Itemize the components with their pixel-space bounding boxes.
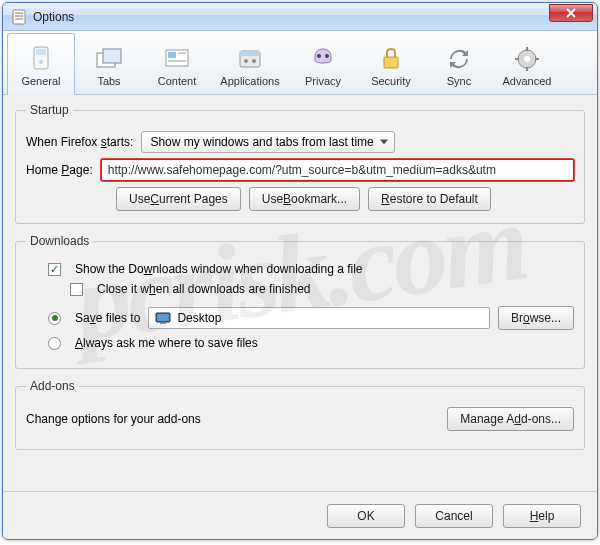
category-toolbar: General Tabs Content Applications Privac… xyxy=(3,31,597,95)
tab-applications[interactable]: Applications xyxy=(211,33,289,94)
show-downloads-checkbox[interactable] xyxy=(48,263,61,276)
tabs-icon xyxy=(94,45,124,73)
always-ask-label: Always ask me where to save files xyxy=(75,336,258,350)
homepage-label: Home Page: xyxy=(26,163,93,177)
app-icon xyxy=(11,9,27,25)
applications-icon xyxy=(235,45,265,73)
manage-addons-button[interactable]: Manage Add-ons... xyxy=(447,407,574,431)
tab-label: Advanced xyxy=(503,75,552,87)
ok-button[interactable]: OK xyxy=(327,504,405,528)
svg-point-15 xyxy=(244,59,248,63)
svg-point-21 xyxy=(524,56,530,62)
svg-rect-11 xyxy=(178,52,186,54)
svg-point-18 xyxy=(325,54,329,58)
tab-label: Security xyxy=(371,75,411,87)
use-current-pages-button[interactable]: Use Current Pages xyxy=(116,187,241,211)
downloads-group: Downloads Show the Downloads window when… xyxy=(15,234,585,369)
window-title: Options xyxy=(33,10,549,24)
svg-rect-12 xyxy=(168,60,186,62)
close-icon xyxy=(566,8,576,18)
tab-sync[interactable]: Sync xyxy=(425,33,493,94)
startup-group: Startup When Firefox starts: Show my win… xyxy=(15,103,585,224)
startup-legend: Startup xyxy=(26,103,73,117)
dialog-footer: OK Cancel Help xyxy=(3,491,597,539)
svg-rect-2 xyxy=(15,15,23,17)
svg-rect-8 xyxy=(103,49,121,63)
desktop-icon xyxy=(155,312,171,324)
tab-content[interactable]: Content xyxy=(143,33,211,94)
browse-button[interactable]: Browse... xyxy=(498,306,574,330)
content-icon xyxy=(162,45,192,73)
options-window: Options General Tabs Content Application… xyxy=(2,2,598,540)
tab-label: Sync xyxy=(447,75,471,87)
addons-text: Change options for your add-ons xyxy=(26,412,439,426)
save-path-value: Desktop xyxy=(177,311,221,325)
general-icon xyxy=(26,45,56,73)
security-icon xyxy=(376,45,406,73)
close-when-done-checkbox[interactable] xyxy=(70,283,83,296)
startup-action-combo[interactable]: Show my windows and tabs from last time xyxy=(141,131,394,153)
tab-label: Content xyxy=(158,75,197,87)
downloads-legend: Downloads xyxy=(26,234,93,248)
show-downloads-label: Show the Downloads window when downloadi… xyxy=(75,262,363,276)
titlebar: Options xyxy=(3,3,597,31)
startup-action-value: Show my windows and tabs from last time xyxy=(150,135,373,149)
tab-general[interactable]: General xyxy=(7,33,75,95)
tab-privacy[interactable]: Privacy xyxy=(289,33,357,94)
svg-point-16 xyxy=(252,59,256,63)
addons-group: Add-ons Change options for your add-ons … xyxy=(15,379,585,450)
cancel-button[interactable]: Cancel xyxy=(415,504,493,528)
save-path-field[interactable]: Desktop xyxy=(148,307,490,329)
svg-rect-19 xyxy=(384,57,398,68)
tab-label: General xyxy=(21,75,60,87)
privacy-icon xyxy=(308,45,338,73)
use-bookmark-button[interactable]: Use Bookmark... xyxy=(249,187,360,211)
always-ask-radio[interactable] xyxy=(48,337,61,350)
svg-rect-5 xyxy=(36,49,46,55)
svg-point-6 xyxy=(39,60,43,64)
general-panel: Startup When Firefox starts: Show my win… xyxy=(3,95,597,491)
save-files-to-radio[interactable] xyxy=(48,312,61,325)
svg-rect-27 xyxy=(157,314,169,321)
tab-label: Privacy xyxy=(305,75,341,87)
svg-rect-10 xyxy=(168,52,176,58)
save-files-to-label: Save files to xyxy=(75,311,140,325)
tab-label: Applications xyxy=(220,75,279,87)
tab-tabs[interactable]: Tabs xyxy=(75,33,143,94)
svg-point-17 xyxy=(317,54,321,58)
svg-rect-1 xyxy=(15,12,23,14)
close-when-done-label: Close it when all downloads are finished xyxy=(97,282,310,296)
svg-rect-3 xyxy=(15,18,23,20)
when-firefox-starts-label: When Firefox starts: xyxy=(26,135,133,149)
tab-label: Tabs xyxy=(97,75,120,87)
homepage-input[interactable] xyxy=(101,159,574,181)
addons-legend: Add-ons xyxy=(26,379,79,393)
tab-advanced[interactable]: Advanced xyxy=(493,33,561,94)
svg-rect-14 xyxy=(240,51,260,56)
close-button[interactable] xyxy=(549,4,593,22)
tab-security[interactable]: Security xyxy=(357,33,425,94)
help-button[interactable]: Help xyxy=(503,504,581,528)
advanced-icon xyxy=(512,45,542,73)
restore-default-button[interactable]: Restore to Default xyxy=(368,187,491,211)
svg-rect-28 xyxy=(160,322,166,324)
sync-icon xyxy=(444,45,474,73)
